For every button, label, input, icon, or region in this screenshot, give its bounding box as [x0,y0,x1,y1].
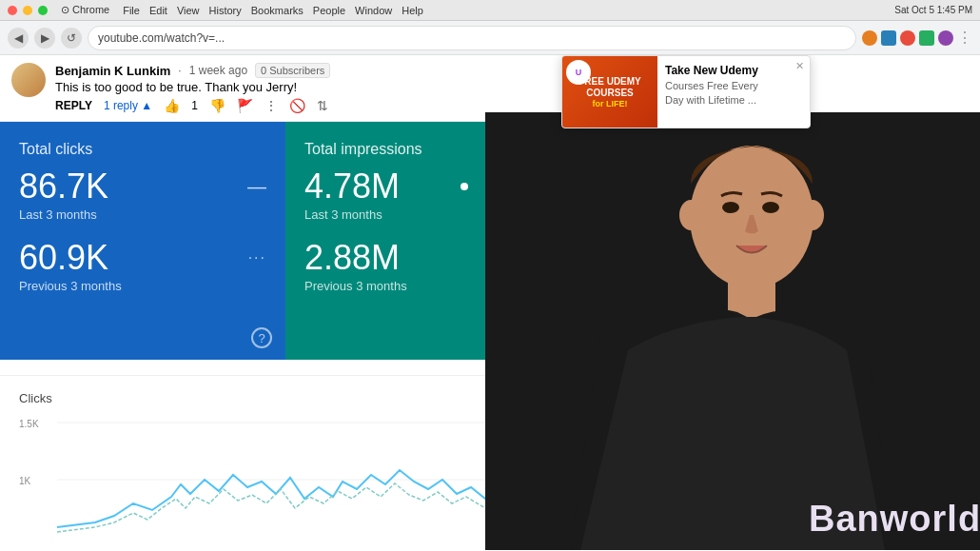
clicks-current-dash: — [247,176,266,198]
chart-title: Clicks [19,391,523,405]
window-controls: ⊙ Chrome File Edit View History Bookmark… [8,4,423,16]
more-options-button[interactable]: ⋮ [957,29,972,47]
clicks-chart-svg: 1.5K 1K [19,413,523,537]
main-content: Benjamin K Lunkim · 1 week ago 0 Subscri… [0,55,980,551]
menu-people[interactable]: People [313,5,345,16]
total-clicks-card: Total clicks 86.7K — Last 3 months 60.9K… [0,122,285,360]
clicks-prev-row: 60.9K ··· [19,241,266,275]
hide-icon[interactable]: 🚫 [289,98,305,113]
thumbs-up-icon[interactable]: 👍 [164,98,180,113]
popup-subtitle: Courses Free Every Day with Lifetime ... [665,79,787,108]
cursor-indicator [461,183,468,190]
menu-edit[interactable]: Edit [149,5,167,16]
menu-view[interactable]: View [177,5,200,16]
svg-text:Banworld: Banworld [809,499,980,539]
forward-button[interactable]: ▶ [34,28,55,49]
impressions-current-value: 4.78M [304,169,400,204]
udemy-logo: U [566,60,591,85]
minimize-button[interactable] [23,6,32,15]
extension-icon-2[interactable] [881,30,896,46]
menu-help[interactable]: Help [402,5,423,16]
maximize-button[interactable] [38,6,48,15]
svg-point-3 [722,202,739,213]
menu-file[interactable]: File [123,5,140,16]
svg-point-5 [679,200,702,230]
svg-text:1.5K: 1.5K [19,419,39,429]
popup-text-box: Take New Udemy Courses Free Every Day wi… [657,56,810,128]
toolbar-extensions: ⋮ [862,29,972,47]
system-status: Sat Oct 5 1:45 PM [894,5,972,15]
chart-area: Clicks 1.5K 1K [0,375,542,551]
menu-history[interactable]: History [209,5,242,16]
svg-point-4 [762,202,779,213]
svg-text:1K: 1K [19,476,31,486]
clicks-prev-period: Previous 3 months [19,279,266,293]
clicks-prev-value: 60.9K [19,241,108,275]
replies-toggle[interactable]: 1 reply ▲ [104,99,152,112]
sort-icon[interactable]: ⇅ [317,98,328,113]
extension-icon-1[interactable] [862,30,877,46]
clicks-current-period: Last 3 months [19,207,266,222]
like-count: 1 [191,99,198,112]
comment-time: 1 week ago [189,64,247,77]
address-input[interactable] [88,26,856,50]
flag-icon[interactable]: 🚩 [237,98,253,113]
popup-title: Take New Udemy [665,64,787,77]
person-silhouette-svg: Banworld [485,112,980,550]
avatar [11,63,46,97]
reply-button[interactable]: REPLY [55,99,92,112]
popup-overlay: U FREE UDEMYCOURSES for LIFE! Take New U… [561,55,980,128]
clicks-prev-dots: ··· [248,249,266,266]
clicks-help-icon[interactable]: ? [251,327,272,348]
popup-close-button[interactable]: ✕ [795,60,804,72]
menu-bookmarks[interactable]: Bookmarks [251,5,304,16]
menu-bar: File Edit View History Bookmarks People … [123,5,423,16]
extension-icon-4[interactable] [919,30,934,46]
thumbs-down-icon[interactable]: 👎 [209,98,225,113]
reload-button[interactable]: ↺ [61,28,82,49]
extension-icon-5[interactable] [938,30,953,46]
comment-separator: · [178,64,181,77]
svg-point-6 [801,200,824,230]
person-overlay: Banworld [485,112,980,550]
clicks-current-value: 86.7K [19,169,108,204]
datetime: Sat Oct 5 1:45 PM [894,5,972,15]
svg-rect-2 [728,279,775,317]
address-bar: ◀ ▶ ↺ ⋮ [0,21,980,55]
extension-icon-3[interactable] [900,30,915,46]
popup-thumbnail[interactable]: U FREE UDEMYCOURSES for LIFE! [562,56,657,128]
close-button[interactable] [8,6,17,15]
thumbnail-life-text: for LIFE! [593,99,628,108]
chrome-label: ⊙ Chrome [61,4,109,16]
chrome-titlebar: ⊙ Chrome File Edit View History Bookmark… [0,0,980,21]
subscriber-badge: 0 Subscribers [255,63,330,78]
person-background: Banworld [485,112,980,550]
menu-window[interactable]: Window [355,5,392,16]
comment-author: Benjamin K Lunkim [55,64,170,78]
more-options-icon[interactable]: ⋮ [265,98,278,113]
total-clicks-label: Total clicks [19,141,266,158]
clicks-current-row: 86.7K — [19,169,266,204]
back-button[interactable]: ◀ [8,28,29,49]
impressions-prev-value: 2.88M [304,241,400,275]
